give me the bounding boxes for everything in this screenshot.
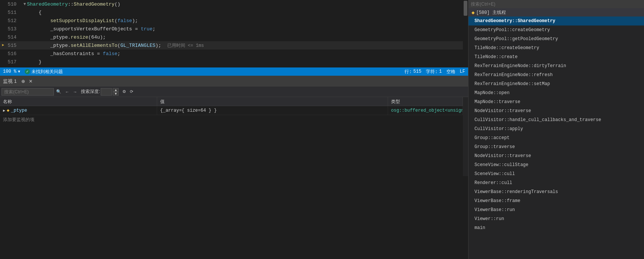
zoom-control[interactable]: 100 % ▼: [3, 69, 20, 74]
call-stack-item-19[interactable]: ViewerBase::renderingTraversals: [468, 187, 644, 196]
call-stack-item-0[interactable]: SharedGeometry::SharedGeometry: [468, 16, 644, 25]
call-stack-item-4[interactable]: TileNode::create: [468, 52, 644, 61]
watch-close-button[interactable]: ✕: [27, 78, 34, 85]
check-circle-icon: ✓: [25, 69, 30, 74]
call-stack-item-2[interactable]: GeometryPool::getPooledGeometry: [468, 34, 644, 43]
line-content-513: _supportsVertexBufferObjects = true;: [27, 26, 155, 32]
watch-table: ▶◆_ptype{_array={ size=64 } }osg::buffer…: [0, 106, 463, 176]
line-content-517: }: [27, 59, 42, 65]
code-lines: 510▼SharedGeometry::SharedGeometry()511 …: [0, 0, 463, 66]
left-panel: 510▼SharedGeometry::SharedGeometry()511 …: [0, 0, 468, 259]
call-stack-search-input[interactable]: [468, 0, 644, 8]
call-stack-item-6[interactable]: RexTerrainEngineNode::refresh: [468, 70, 644, 79]
space-indicator: 空格: [446, 69, 455, 75]
line-arrow-515: ➤: [1, 42, 7, 48]
watch-search-icon[interactable]: 🔍: [55, 88, 63, 96]
code-line-510[interactable]: 510▼SharedGeometry::SharedGeometry(): [0, 0, 463, 8]
row-label: 行:: [405, 69, 412, 75]
line-content-510: SharedGeometry::SharedGeometry(): [27, 1, 120, 7]
watch-controls: ⊕ ✕: [20, 78, 34, 85]
col-num: 1: [439, 69, 442, 74]
code-line-513[interactable]: 513 _supportsVertexBufferObjects = true;: [0, 25, 463, 33]
watch-col-type: 类型: [388, 97, 463, 106]
call-stack-item-10[interactable]: NodeVisitor::traverse: [468, 106, 644, 115]
editor-vscroll[interactable]: [463, 0, 468, 67]
watch-hscroll[interactable]: [0, 176, 468, 181]
watch-col-value: 值: [157, 97, 388, 106]
call-stack-item-1[interactable]: GeometryPool::createGeometry: [468, 25, 644, 34]
zoom-label: 100 %: [3, 69, 16, 74]
thread-label: [580] 主线程: [476, 9, 506, 16]
call-stack-item-7[interactable]: RexTerrainEngineNode::setMap: [468, 79, 644, 88]
watch-forward-button[interactable]: →: [71, 88, 79, 96]
call-stack-item-18[interactable]: Renderer::cull: [468, 178, 644, 187]
line-number-515: 515: [7, 43, 22, 48]
call-stack-item-17[interactable]: SceneView::cull: [468, 169, 644, 178]
watch-filter-button[interactable]: ⚙: [121, 88, 128, 96]
call-stack-item-8[interactable]: MapNode::open: [468, 88, 644, 97]
depth-up-button[interactable]: ▲: [113, 88, 119, 92]
code-line-515[interactable]: ➤515 _ptype.setAllElementsTo(GL_TRIANGLE…: [0, 41, 463, 49]
line-collapse-510: ▼: [22, 2, 27, 6]
code-line-514[interactable]: 514 _ptype.resize(64u);: [0, 33, 463, 41]
call-stack-list: SharedGeometry::SharedGeometryGeometryPo…: [468, 16, 644, 259]
watch-back-button[interactable]: ←: [64, 88, 71, 96]
watch-pin-button[interactable]: ⊕: [20, 78, 27, 85]
call-stack-item-14[interactable]: Group::traverse: [468, 142, 644, 151]
watch-vscroll[interactable]: [463, 97, 468, 176]
call-stack-item-3[interactable]: TileNode::createGeometry: [468, 43, 644, 52]
watch-title: 监视 1: [3, 78, 17, 85]
call-stack-item-12[interactable]: CullVisitor::apply: [468, 124, 644, 133]
watch-expand-icon[interactable]: ▶: [3, 108, 5, 113]
watch-add-item[interactable]: 添加要监视的项: [0, 115, 463, 124]
status-text: 未找到相关问题: [31, 69, 63, 75]
col-indicator: 字符: 1: [426, 69, 442, 75]
call-stack-item-23[interactable]: main: [468, 223, 644, 232]
watch-row[interactable]: ▶◆_ptype{_array={ size=64 } }osg::buffer…: [0, 106, 463, 115]
line-content-516: _hasConstraints = false;: [27, 51, 120, 57]
encoding-indicator: LF: [460, 69, 465, 74]
line-content-512: setSupportsDisplayList(false);: [27, 18, 138, 24]
watch-table-header: 名称 值 类型: [0, 97, 463, 106]
call-stack-item-11[interactable]: CullVisitor::handle_cull_callbacks_and_t…: [468, 115, 644, 124]
zoom-dropdown-icon[interactable]: ▼: [18, 70, 20, 74]
editor-vscroll-thumb: [464, 1, 467, 16]
line-number-511: 511: [7, 10, 22, 15]
watch-cell-value: {_array={ size=64 } }: [157, 106, 388, 115]
call-stack-item-20[interactable]: ViewerBase::frame: [468, 196, 644, 205]
watch-col-name: 名称: [0, 97, 157, 106]
call-stack-item-5[interactable]: RexTerrainEngineNode::dirtyTerrain: [468, 61, 644, 70]
line-number-516: 516: [7, 51, 22, 57]
code-line-517[interactable]: 517 }: [0, 58, 463, 66]
call-stack-item-21[interactable]: ViewerBase::run: [468, 205, 644, 214]
encoding-label: LF: [460, 69, 465, 74]
watch-toolbar: 🔍 ← → 搜索深度: 3 ▲ ▼ ⚙ ⟳: [0, 87, 468, 97]
row-num: 515: [413, 69, 422, 74]
watch-cell-name: ▶◆_ptype: [0, 106, 157, 115]
depth-input[interactable]: 3: [101, 88, 112, 96]
line-content-515: _ptype.setAllElementsTo(GL_TRIANGLES); 已…: [27, 42, 204, 49]
depth-down-button[interactable]: ▼: [113, 92, 119, 96]
main-layout: 510▼SharedGeometry::SharedGeometry()511 …: [0, 0, 644, 259]
code-line-516[interactable]: 516 _hasConstraints = false;: [0, 49, 463, 58]
call-stack-item-15[interactable]: NodeVisitor::traverse: [468, 151, 644, 160]
call-stack-item-22[interactable]: Viewer::run: [468, 214, 644, 223]
watch-name-text: _ptype: [11, 108, 27, 113]
status-bar: 100 % ▼ ✓ 未找到相关问题 行: 515 字符: 1 空格 LF: [0, 67, 468, 76]
code-line-512[interactable]: 512 setSupportsDisplayList(false);: [0, 16, 463, 25]
depth-arrows: ▲ ▼: [113, 88, 119, 96]
call-stack-item-13[interactable]: Group::accept: [468, 133, 644, 142]
status-ok-icon: ✓ 未找到相关问题: [25, 69, 63, 75]
depth-label: 搜索深度:: [81, 88, 100, 95]
right-panel: ◆ [580] 主线程 SharedGeometry::SharedGeomet…: [468, 0, 644, 259]
editor-area: 510▼SharedGeometry::SharedGeometry()511 …: [0, 0, 468, 67]
line-content-511: {: [27, 10, 42, 15]
watch-search-input[interactable]: [1, 88, 54, 96]
call-stack-item-16[interactable]: SceneView::cullStage: [468, 160, 644, 169]
call-stack-item-9[interactable]: MapNode::traverse: [468, 97, 644, 106]
code-line-511[interactable]: 511 {: [0, 8, 463, 16]
space-label: 空格: [446, 69, 455, 75]
watch-refresh-button[interactable]: ⟳: [128, 88, 135, 96]
watch-panel: 监视 1 ⊕ ✕ 🔍 ← → 搜索深度: 3 ▲ ▼ ⚙ ⟳: [0, 76, 468, 181]
thread-icon: ◆: [471, 9, 474, 16]
